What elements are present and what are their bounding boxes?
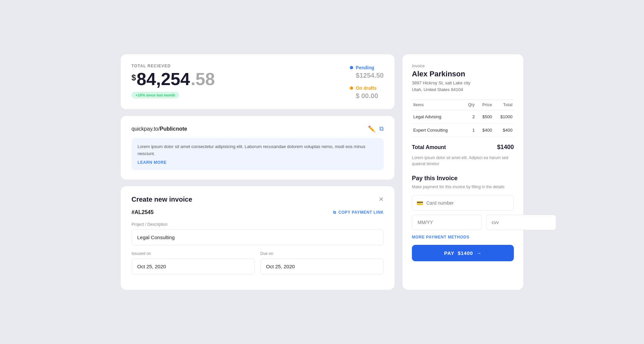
invoice-form-title: Create new invoice (131, 196, 192, 203)
issued-on-field: Issused on (131, 251, 255, 280)
issued-date-input[interactable] (131, 259, 255, 274)
total-amount-value: $1400 (497, 144, 514, 151)
item-total: $400 (493, 124, 514, 137)
close-button[interactable]: ✕ (379, 196, 384, 203)
pay-btn-amount: $1400 (458, 250, 473, 256)
drafts-status: On drafts $ 00.00 (350, 85, 384, 100)
item-price: $400 (476, 124, 493, 137)
due-on-field: Due on (260, 251, 384, 280)
pending-label: Pending (350, 65, 384, 70)
link-header: quickpay.to/Publicnote ✏️ ⧉ (131, 125, 384, 133)
pending-amount: $1254.50 (350, 72, 384, 79)
drafts-label: On drafts (350, 85, 384, 91)
total-label: TOTAL RECIEVED (131, 64, 215, 68)
pay-button[interactable]: PAY $1400 → (412, 245, 514, 261)
due-label: Due on (260, 251, 384, 256)
copy-link-icon: ⧉ (333, 210, 336, 215)
invoice-meta: #AL2545 ⧉ COPY PAYMENT LINK (131, 209, 384, 215)
col-qty: Qty (463, 100, 476, 110)
total-amount-label: Total Amount (412, 144, 446, 150)
card-icon: 💳 (417, 200, 423, 206)
total-cents-amount: .58 (191, 70, 215, 88)
date-row: Issused on Due on (131, 251, 384, 280)
total-main-amount: 84,254 (137, 70, 190, 88)
item-qty: 1 (463, 124, 476, 137)
table-row: Legal Advising 2 $500 $1000 (412, 110, 514, 124)
col-total: Total (493, 100, 514, 110)
cvv-input[interactable] (486, 215, 556, 230)
col-items: Items (412, 100, 463, 110)
copy-payment-link[interactable]: ⧉ COPY PAYMENT LINK (333, 210, 384, 215)
card-number-wrap: 💳 (412, 195, 514, 211)
total-received-card: TOTAL RECIEVED $ 84,254 .58 +10% since l… (121, 54, 394, 109)
total-amount-row: Total Amount $1400 (412, 142, 514, 151)
card-number-input[interactable] (412, 195, 514, 211)
total-section: TOTAL RECIEVED $ 84,254 .58 +10% since l… (131, 64, 215, 98)
drafts-amount: $ 00.00 (350, 92, 384, 100)
total-amount: $ 84,254 .58 (131, 70, 215, 88)
pay-btn-label: PAY (444, 250, 454, 256)
invoice-note: Lorem ipsum dolor sit amet elit. Adipisc… (412, 155, 514, 167)
pending-dot (350, 66, 353, 69)
payment-details-row (412, 215, 514, 230)
invoice-table: Items Qty Price Total Legal Advising 2 $… (412, 99, 514, 137)
project-input[interactable] (131, 229, 384, 245)
issued-label: Issused on (131, 251, 255, 256)
link-description-text: Lorem ipsum dolor sit amet consectetur a… (138, 143, 378, 157)
link-description-box: Lorem ipsum dolor sit amet consectetur a… (131, 138, 384, 170)
item-name: Expert Consulting (412, 124, 463, 137)
item-name: Legal Advising (412, 110, 463, 124)
invoice-section-label: Invoice (412, 64, 514, 68)
learn-more-link[interactable]: LEARN MORE (138, 160, 378, 165)
mm-yy-input[interactable] (412, 215, 482, 230)
invoice-form-card: Create new invoice ✕ #AL2545 ⧉ COPY PAYM… (121, 186, 394, 290)
due-date-input[interactable] (260, 259, 384, 274)
growth-badge: +10% since last month (131, 92, 179, 98)
col-price: Price (476, 100, 493, 110)
client-address: 3897 Hickroy St, salt Lake city Utah, Un… (412, 80, 514, 93)
drafts-dot (350, 86, 353, 90)
pending-status: Pending $1254.50 (350, 65, 384, 79)
pay-section-title: Pay this Invoice (412, 175, 514, 182)
link-actions: ✏️ ⧉ (368, 125, 384, 133)
copy-icon[interactable]: ⧉ (379, 125, 384, 133)
invoice-form-header: Create new invoice ✕ (131, 196, 384, 203)
item-price: $500 (476, 110, 493, 124)
arrow-icon: → (476, 250, 482, 256)
pay-section-desc: Make payment for this invoice by filling… (412, 184, 514, 190)
left-panel: TOTAL RECIEVED $ 84,254 .58 +10% since l… (121, 54, 394, 290)
item-qty: 2 (463, 110, 476, 124)
more-payment-link[interactable]: MORE PAYMENT METHODS (412, 235, 514, 239)
link-card: quickpay.to/Publicnote ✏️ ⧉ Lorem ipsum … (121, 116, 394, 180)
invoice-right-panel: Invoice Alex Parkinson 3897 Hickroy St, … (402, 54, 523, 290)
item-total: $1000 (493, 110, 514, 124)
client-name: Alex Parkinson (412, 70, 514, 78)
table-row: Expert Consulting 1 $400 $400 (412, 124, 514, 137)
dollar-sign: $ (131, 73, 136, 82)
link-url: quickpay.to/Publicnote (131, 126, 187, 132)
edit-icon[interactable]: ✏️ (368, 125, 375, 133)
project-label: Project / Description (131, 222, 384, 227)
status-section: Pending $1254.50 On drafts $ 00.00 (350, 64, 384, 100)
invoice-id: #AL2545 (131, 209, 154, 215)
